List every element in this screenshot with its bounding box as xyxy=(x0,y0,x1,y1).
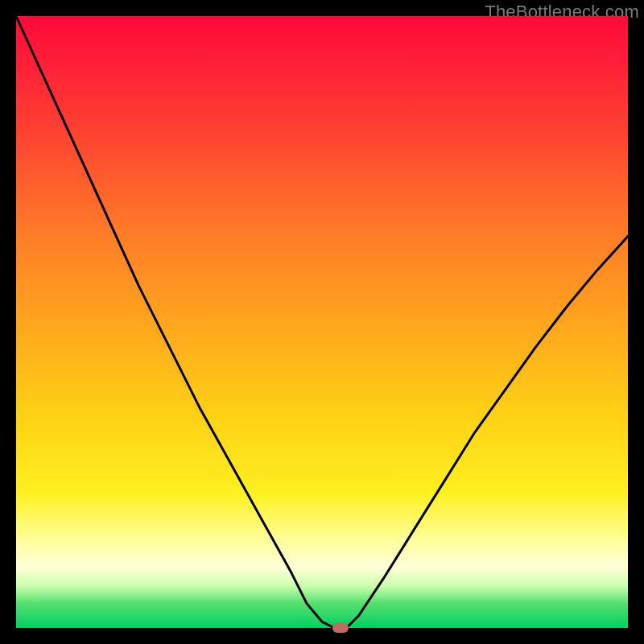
optimal-point-marker xyxy=(332,623,349,633)
chart-frame: TheBottleneck.com xyxy=(0,0,644,644)
plot-area xyxy=(16,16,628,628)
bottleneck-curve xyxy=(16,16,628,628)
